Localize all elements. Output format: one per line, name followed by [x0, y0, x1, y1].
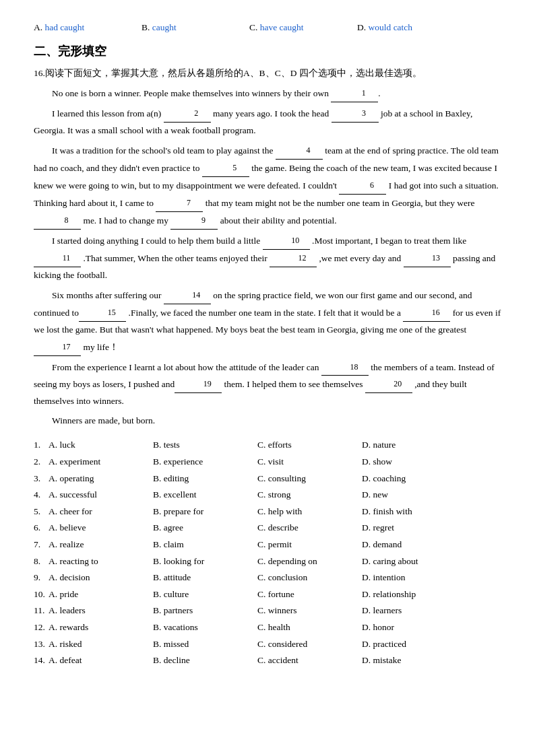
answer-1-d: D. nature: [362, 438, 466, 452]
blank-16: 16: [403, 304, 450, 322]
answer-11-b: B. partners: [153, 603, 257, 618]
blank-1: 1: [331, 85, 378, 102]
answer-section: 1. A. luck B. tests C. efforts D. nature…: [34, 438, 501, 667]
answer-3-c: C. consulting: [257, 471, 362, 486]
answer-6-a: A. believe: [49, 520, 153, 535]
answer-row-13: 13. A. risked B. missed C. considered D.…: [34, 637, 501, 652]
answer-13-a: A. risked: [49, 637, 153, 652]
blank-9: 9: [170, 212, 218, 230]
blank-20: 20: [365, 376, 412, 393]
answer-12-b: B. vacations: [153, 620, 257, 635]
answer-row-9: 9. A. decision B. attitude C. conclusion…: [34, 570, 501, 585]
answer-11-c: C. winners: [257, 603, 362, 618]
answer-8-d: D. caring about: [362, 554, 466, 569]
blank-3: 3: [332, 105, 379, 123]
answer-13-d: D. practiced: [362, 637, 466, 652]
answer-row-8: 8. A. reacting to B. looking for C. depe…: [34, 554, 501, 569]
answer-row-3: 3. A. operating B. editing C. consulting…: [34, 471, 501, 486]
section-title: 二、完形填空: [34, 42, 501, 61]
answer-8-c: C. depending on: [257, 554, 362, 569]
blank-8: 8: [34, 212, 81, 230]
answer-4-c: C. strong: [257, 487, 362, 502]
answer-5-c: C. help with: [257, 504, 362, 519]
answer-12-a: A. rewards: [49, 620, 153, 635]
answer-1-a: A. luck: [49, 438, 153, 452]
answer-11-a: A. leaders: [49, 603, 153, 618]
blank-14: 14: [164, 287, 211, 304]
answer-14-a: A. defeat: [49, 653, 153, 668]
answer-4-b: B. excellent: [153, 487, 257, 502]
answer-8-b: B. looking for: [153, 554, 257, 569]
top-option-c: C. have caught: [249, 20, 357, 35]
answer-1-c: C. efforts: [257, 438, 362, 452]
answer-7-d: D. demand: [362, 537, 466, 552]
answer-11-d: D. learners: [362, 603, 466, 618]
answer-row-1: 1. A. luck B. tests C. efforts D. nature: [34, 438, 501, 452]
answer-row-6: 6. A. believe B. agree C. describe D. re…: [34, 520, 501, 535]
answer-1-b: B. tests: [153, 438, 257, 452]
answer-row-11: 11. A. leaders B. partners C. winners D.…: [34, 603, 501, 618]
answer-row-7: 7. A. realize B. claim C. permit D. dema…: [34, 537, 501, 552]
passage-intro: 16.阅读下面短文，掌握其大意，然后从各题所给的A、B、C、D 四个选项中，选出…: [34, 66, 501, 81]
answer-10-c: C. fortune: [257, 587, 362, 602]
passage-p6: From the experience I learnt a lot about…: [34, 359, 501, 411]
blank-10: 10: [263, 232, 310, 250]
passage-p2: I learned this lesson from a(n) 2 many y…: [34, 105, 501, 139]
answer-2-b: B. experience: [153, 454, 257, 469]
answer-14-d: D. mistake: [362, 653, 466, 668]
answer-3-d: D. coaching: [362, 471, 466, 486]
answer-row-12: 12. A. rewards B. vacations C. health D.…: [34, 620, 501, 635]
passage-p3: It was a tradition for the school's old …: [34, 142, 501, 230]
answer-9-c: C. conclusion: [257, 570, 362, 585]
top-option-b: B. caught: [141, 20, 249, 35]
answer-6-d: D. regret: [362, 520, 466, 535]
blank-12: 12: [270, 250, 317, 267]
passage-p7: Winners are made, but born.: [34, 413, 501, 429]
passage-p4: I started doing anything I could to help…: [34, 232, 501, 284]
answer-7-a: A. realize: [49, 537, 153, 552]
passage-p1: No one is born a winner. People make the…: [34, 85, 501, 102]
answer-2-a: A. experiment: [49, 454, 153, 469]
answer-5-a: A. cheer for: [49, 504, 153, 519]
answer-10-b: B. culture: [153, 587, 257, 602]
passage-body: No one is born a winner. People make the…: [34, 85, 501, 429]
blank-4: 4: [276, 142, 323, 160]
answer-3-b: B. editing: [153, 471, 257, 486]
answer-13-c: C. considered: [257, 637, 362, 652]
answer-row-5: 5. A. cheer for B. prepare for C. help w…: [34, 504, 501, 519]
answer-7-b: B. claim: [153, 537, 257, 552]
top-option-d: D. would catch: [357, 20, 465, 35]
answer-8-a: A. reacting to: [49, 554, 153, 569]
answer-5-b: B. prepare for: [153, 504, 257, 519]
answer-5-d: D. finish with: [362, 504, 466, 519]
answer-2-c: C. visit: [257, 454, 362, 469]
answer-9-d: D. intention: [362, 570, 466, 585]
answer-row-2: 2. A. experiment B. experience C. visit …: [34, 454, 501, 469]
answer-4-d: D. new: [362, 487, 466, 502]
blank-5: 5: [202, 160, 249, 177]
answer-14-c: C. accident: [257, 653, 362, 668]
blank-15: 15: [79, 304, 126, 322]
answer-13-b: B. missed: [153, 637, 257, 652]
answer-3-a: A. operating: [49, 471, 153, 486]
answer-2-d: D. show: [362, 454, 466, 469]
top-options-row: A. had caught B. caught C. have caught D…: [34, 20, 501, 35]
answer-12-c: C. health: [257, 620, 362, 635]
answer-row-10: 10. A. pride B. culture C. fortune D. re…: [34, 587, 501, 602]
answer-4-a: A. successful: [49, 487, 153, 502]
answer-14-b: B. decline: [153, 653, 257, 668]
blank-2: 2: [164, 105, 211, 123]
blank-17: 17: [34, 339, 81, 356]
answer-12-d: D. honor: [362, 620, 466, 635]
passage-p5: Six months after suffering our 14 on the…: [34, 287, 501, 356]
answer-9-b: B. attitude: [153, 570, 257, 585]
blank-18: 18: [321, 359, 369, 376]
blank-6: 6: [339, 177, 386, 195]
answer-7-c: C. permit: [257, 537, 362, 552]
top-option-a: A. had caught: [34, 20, 141, 35]
answer-6-b: B. agree: [153, 520, 257, 535]
blank-11: 11: [34, 250, 81, 267]
blank-7: 7: [156, 195, 203, 212]
answer-10-a: A. pride: [49, 587, 153, 602]
answer-10-d: D. relationship: [362, 587, 466, 602]
